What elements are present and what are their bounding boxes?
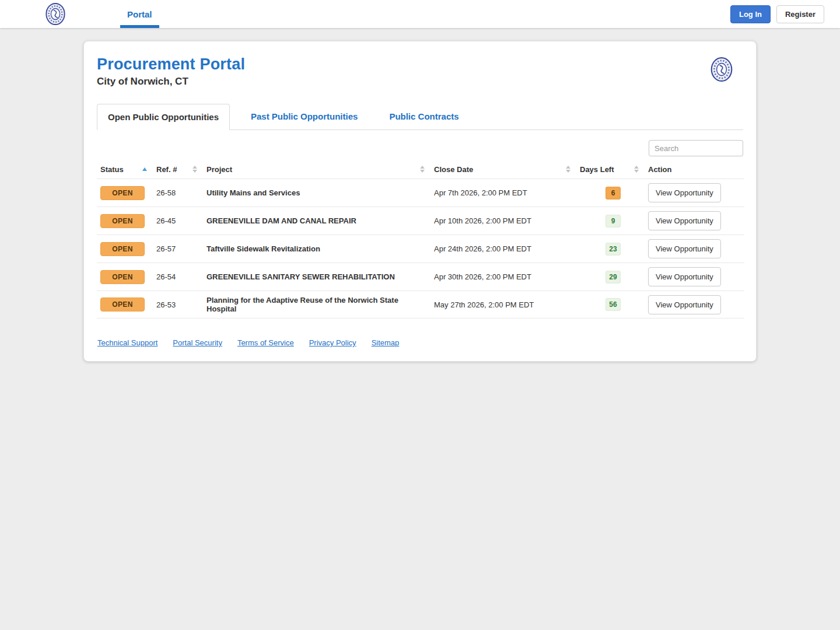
project-cell: GREENEVILLE DAM AND CANAL REPAIR — [203, 216, 430, 225]
column-label-close-date: Close Date — [434, 165, 473, 174]
sort-icon — [192, 166, 197, 173]
sort-icon — [634, 166, 639, 173]
city-seal-icon — [44, 2, 66, 26]
table-row: OPEN 26-45 GREENEVILLE DAM AND CANAL REP… — [97, 206, 744, 235]
ref-cell: 26-57 — [153, 244, 203, 253]
column-header-days-left[interactable]: Days Left — [576, 165, 645, 174]
table-row: OPEN 26-54 GREENEVILLE SANITARY SEWER RE… — [97, 262, 744, 290]
close-date-cell: Apr 7th 2026, 2:00 PM EDT — [430, 188, 576, 197]
view-opportunity-button[interactable]: View Opportunity — [648, 295, 721, 314]
project-cell: Utility Mains and Services — [203, 188, 430, 197]
column-label-status: Status — [100, 165, 124, 174]
table-row: OPEN 26-57 Taftville Sidewalk Revitaliza… — [97, 235, 744, 262]
days-left-cell: 6 — [576, 187, 645, 200]
sort-icon — [566, 166, 570, 173]
table-row: OPEN 26-53 Planning for the Adaptive Reu… — [97, 290, 744, 318]
footer-link-terms-of-service[interactable]: Terms of Service — [237, 338, 294, 347]
tab-past-public-opportunities[interactable]: Past Public Opportunities — [240, 104, 368, 130]
footer-link-privacy-policy[interactable]: Privacy Policy — [309, 338, 356, 347]
status-badge-open: OPEN — [100, 186, 145, 200]
column-label-ref: Ref. # — [156, 165, 177, 174]
page-title: Procurement Portal — [97, 55, 245, 74]
days-left-badge: 9 — [606, 215, 621, 228]
footer-link-portal-security[interactable]: Portal Security — [173, 338, 222, 347]
ref-cell: 26-58 — [153, 188, 203, 197]
status-badge-open: OPEN — [100, 270, 145, 284]
project-cell: Planning for the Adaptive Reuse of the N… — [203, 296, 430, 313]
page-subtitle: City of Norwich, CT — [97, 76, 245, 88]
close-date-cell: Apr 30th 2026, 2:00 PM EDT — [430, 272, 576, 281]
close-date-cell: Apr 10th 2026, 2:00 PM EDT — [430, 216, 576, 225]
days-left-badge: 56 — [606, 298, 621, 311]
days-left-cell: 23 — [576, 243, 645, 256]
close-date-cell: Apr 24th 2026, 2:00 PM EDT — [430, 244, 576, 253]
footer-link-sitemap[interactable]: Sitemap — [372, 338, 400, 347]
table-row: OPEN 26-58 Utility Mains and Services Ap… — [97, 178, 744, 206]
tab-open-public-opportunities[interactable]: Open Public Opportunities — [97, 104, 230, 130]
column-label-action: Action — [648, 165, 671, 174]
ref-cell: 26-45 — [153, 216, 203, 225]
title-block: Procurement Portal City of Norwich, CT — [97, 55, 245, 88]
view-opportunity-button[interactable]: View Opportunity — [648, 183, 721, 202]
column-header-ref[interactable]: Ref. # — [153, 165, 203, 174]
days-left-badge: 6 — [606, 187, 621, 200]
action-cell: View Opportunity — [645, 211, 744, 230]
status-cell: OPEN — [97, 298, 153, 312]
status-cell: OPEN — [97, 242, 153, 256]
status-cell: OPEN — [97, 186, 153, 200]
nav-portal-label: Portal — [127, 9, 152, 19]
table-header-row: Status Ref. # Project Close Date — [97, 160, 744, 178]
card-header: Procurement Portal City of Norwich, CT — [97, 55, 743, 88]
column-label-project: Project — [206, 165, 232, 174]
navbar-brand[interactable] — [44, 2, 66, 26]
column-label-days-left: Days Left — [580, 165, 614, 174]
view-opportunity-button[interactable]: View Opportunity — [648, 267, 721, 286]
action-cell: View Opportunity — [645, 239, 744, 258]
action-cell: View Opportunity — [645, 183, 744, 202]
action-cell: View Opportunity — [645, 295, 744, 314]
status-badge-open: OPEN — [100, 298, 145, 312]
days-left-cell: 9 — [576, 215, 645, 228]
days-left-cell: 56 — [576, 298, 645, 311]
tab-public-contracts[interactable]: Public Contracts — [379, 104, 469, 130]
search-input[interactable] — [649, 140, 743, 156]
status-cell: OPEN — [97, 270, 153, 284]
status-badge-open: OPEN — [100, 242, 145, 256]
search-row — [97, 140, 743, 156]
opportunities-table: Status Ref. # Project Close Date — [97, 160, 744, 318]
card-footer: Technical Support Portal Security Terms … — [97, 338, 743, 347]
view-opportunity-button[interactable]: View Opportunity — [648, 239, 721, 258]
column-header-project[interactable]: Project — [203, 165, 430, 174]
city-seal-icon-card — [709, 57, 734, 82]
portal-card: Procurement Portal City of Norwich, CT O… — [83, 41, 757, 362]
ref-cell: 26-53 — [153, 300, 203, 309]
project-cell: GREENEVILLE SANITARY SEWER REHABILITATIO… — [203, 272, 430, 281]
close-date-cell: May 27th 2026, 2:00 PM EDT — [430, 300, 576, 309]
nav-item-portal[interactable]: Portal — [120, 0, 159, 28]
column-header-action: Action — [645, 165, 744, 174]
top-navbar: Portal Log In Register — [0, 0, 840, 28]
column-header-close-date[interactable]: Close Date — [430, 165, 576, 174]
project-cell: Taftville Sidewalk Revitalization — [203, 244, 430, 253]
view-opportunity-button[interactable]: View Opportunity — [648, 211, 721, 230]
column-header-status[interactable]: Status — [97, 165, 153, 174]
footer-link-technical-support[interactable]: Technical Support — [97, 338, 158, 347]
days-left-badge: 29 — [606, 271, 621, 284]
status-cell: OPEN — [97, 214, 153, 228]
days-left-cell: 29 — [576, 271, 645, 284]
action-cell: View Opportunity — [645, 267, 744, 286]
ref-cell: 26-54 — [153, 272, 203, 281]
login-button[interactable]: Log In — [730, 5, 771, 23]
register-button[interactable]: Register — [776, 5, 824, 23]
sort-icon — [420, 166, 425, 173]
status-badge-open: OPEN — [100, 214, 145, 228]
sort-asc-icon — [142, 167, 147, 171]
days-left-badge: 23 — [606, 243, 621, 256]
tab-bar: Open Public Opportunities Past Public Op… — [97, 104, 743, 130]
